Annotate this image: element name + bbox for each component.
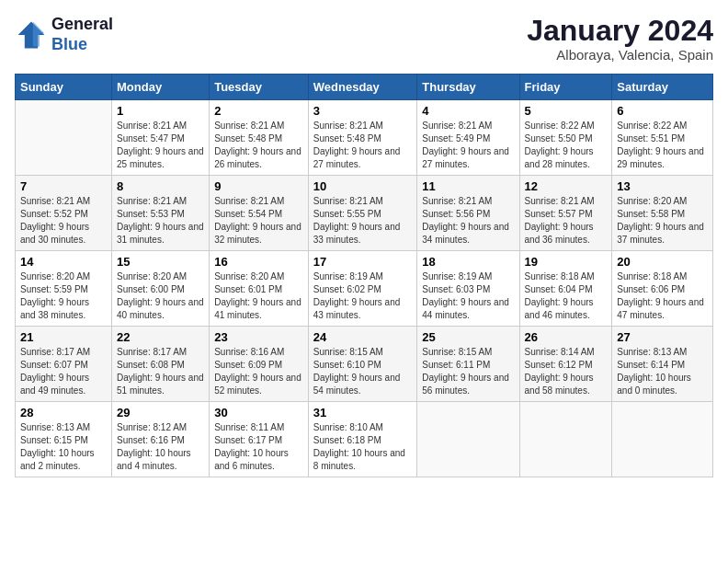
day-info: Sunrise: 8:19 AMSunset: 6:03 PMDaylight:… [422, 270, 514, 322]
day-info: Sunrise: 8:11 AMSunset: 6:17 PMDaylight:… [214, 421, 303, 473]
calendar-week-row: 21Sunrise: 8:17 AMSunset: 6:07 PMDayligh… [16, 327, 713, 402]
logo-icon [15, 18, 48, 52]
calendar-week-row: 1Sunrise: 8:21 AMSunset: 5:47 PMDaylight… [16, 100, 713, 176]
calendar-week-row: 28Sunrise: 8:13 AMSunset: 6:15 PMDayligh… [16, 402, 713, 477]
day-info: Sunrise: 8:19 AMSunset: 6:02 PMDaylight:… [313, 270, 413, 322]
day-info: Sunrise: 8:13 AMSunset: 6:15 PMDaylight:… [20, 421, 107, 473]
day-number: 15 [117, 255, 204, 269]
header: General Blue January 2024 Alboraya, Vale… [15, 15, 713, 63]
day-info: Sunrise: 8:21 AMSunset: 5:48 PMDaylight:… [214, 120, 303, 171]
month-title: January 2024 [527, 15, 713, 47]
title-area: January 2024 Alboraya, Valencia, Spain [527, 15, 713, 63]
calendar-cell: 16Sunrise: 8:20 AMSunset: 6:01 PMDayligh… [210, 251, 309, 327]
day-info: Sunrise: 8:17 AMSunset: 6:07 PMDaylight:… [20, 346, 107, 397]
calendar-cell: 29Sunrise: 8:12 AMSunset: 6:16 PMDayligh… [112, 402, 210, 477]
calendar-cell: 11Sunrise: 8:21 AMSunset: 5:56 PMDayligh… [417, 176, 519, 251]
day-info: Sunrise: 8:21 AMSunset: 5:48 PMDaylight:… [313, 120, 413, 171]
day-info: Sunrise: 8:13 AMSunset: 6:14 PMDaylight:… [617, 346, 708, 397]
calendar-cell: 30Sunrise: 8:11 AMSunset: 6:17 PMDayligh… [210, 402, 309, 477]
day-number: 31 [313, 406, 413, 419]
day-number: 29 [117, 406, 204, 419]
calendar-cell: 18Sunrise: 8:19 AMSunset: 6:03 PMDayligh… [417, 251, 519, 327]
calendar-table: SundayMondayTuesdayWednesdayThursdayFrid… [15, 74, 713, 477]
day-info: Sunrise: 8:15 AMSunset: 6:11 PMDaylight:… [422, 346, 514, 397]
calendar-cell: 31Sunrise: 8:10 AMSunset: 6:18 PMDayligh… [308, 402, 417, 477]
day-number: 24 [313, 330, 413, 344]
day-info: Sunrise: 8:21 AMSunset: 5:56 PMDaylight:… [422, 195, 514, 247]
day-info: Sunrise: 8:14 AMSunset: 6:12 PMDaylight:… [525, 346, 608, 397]
day-number: 16 [214, 255, 303, 269]
day-number: 9 [214, 179, 303, 193]
day-number: 8 [117, 179, 204, 193]
day-info: Sunrise: 8:22 AMSunset: 5:50 PMDaylight:… [525, 120, 608, 171]
day-number: 21 [20, 330, 107, 344]
day-info: Sunrise: 8:22 AMSunset: 5:51 PMDaylight:… [617, 120, 708, 171]
calendar-cell: 25Sunrise: 8:15 AMSunset: 6:11 PMDayligh… [417, 327, 519, 402]
day-info: Sunrise: 8:18 AMSunset: 6:04 PMDaylight:… [525, 270, 608, 322]
day-number: 6 [617, 104, 708, 118]
calendar-week-row: 14Sunrise: 8:20 AMSunset: 5:59 PMDayligh… [16, 251, 713, 327]
calendar-cell [612, 402, 713, 477]
day-number: 20 [617, 255, 708, 269]
day-info: Sunrise: 8:21 AMSunset: 5:53 PMDaylight:… [117, 195, 204, 247]
calendar-cell: 20Sunrise: 8:18 AMSunset: 6:06 PMDayligh… [612, 251, 713, 327]
day-info: Sunrise: 8:20 AMSunset: 6:00 PMDaylight:… [117, 270, 204, 322]
calendar-cell: 14Sunrise: 8:20 AMSunset: 5:59 PMDayligh… [16, 251, 112, 327]
day-info: Sunrise: 8:21 AMSunset: 5:57 PMDaylight:… [525, 195, 608, 247]
day-number: 4 [422, 104, 514, 118]
calendar-cell: 22Sunrise: 8:17 AMSunset: 6:08 PMDayligh… [112, 327, 210, 402]
calendar-cell: 7Sunrise: 8:21 AMSunset: 5:52 PMDaylight… [16, 176, 112, 251]
calendar-cell: 10Sunrise: 8:21 AMSunset: 5:55 PMDayligh… [308, 176, 417, 251]
header-cell-friday: Friday [519, 75, 612, 100]
day-number: 23 [214, 330, 303, 344]
day-info: Sunrise: 8:21 AMSunset: 5:54 PMDaylight:… [214, 195, 303, 247]
calendar-cell [16, 100, 112, 176]
day-number: 14 [20, 255, 107, 269]
calendar-cell: 17Sunrise: 8:19 AMSunset: 6:02 PMDayligh… [308, 251, 417, 327]
day-info: Sunrise: 8:10 AMSunset: 6:18 PMDaylight:… [313, 421, 413, 473]
calendar-cell: 9Sunrise: 8:21 AMSunset: 5:54 PMDaylight… [210, 176, 309, 251]
day-number: 30 [214, 406, 303, 419]
day-number: 12 [525, 179, 608, 193]
day-number: 11 [422, 179, 514, 193]
calendar-header-row: SundayMondayTuesdayWednesdayThursdayFrid… [16, 75, 713, 100]
header-cell-thursday: Thursday [417, 75, 519, 100]
calendar-cell: 19Sunrise: 8:18 AMSunset: 6:04 PMDayligh… [519, 251, 612, 327]
day-number: 17 [313, 255, 413, 269]
day-info: Sunrise: 8:21 AMSunset: 5:52 PMDaylight:… [20, 195, 107, 247]
calendar-cell: 12Sunrise: 8:21 AMSunset: 5:57 PMDayligh… [519, 176, 612, 251]
day-info: Sunrise: 8:17 AMSunset: 6:08 PMDaylight:… [117, 346, 204, 397]
day-info: Sunrise: 8:21 AMSunset: 5:47 PMDaylight:… [117, 120, 204, 171]
day-info: Sunrise: 8:20 AMSunset: 5:59 PMDaylight:… [20, 270, 107, 322]
day-number: 3 [313, 104, 413, 118]
day-info: Sunrise: 8:20 AMSunset: 5:58 PMDaylight:… [617, 195, 708, 247]
day-info: Sunrise: 8:20 AMSunset: 6:01 PMDaylight:… [214, 270, 303, 322]
calendar-cell: 27Sunrise: 8:13 AMSunset: 6:14 PMDayligh… [612, 327, 713, 402]
day-number: 7 [20, 179, 107, 193]
day-info: Sunrise: 8:15 AMSunset: 6:10 PMDaylight:… [313, 346, 413, 397]
calendar-cell: 15Sunrise: 8:20 AMSunset: 6:00 PMDayligh… [112, 251, 210, 327]
day-number: 1 [117, 104, 204, 118]
calendar-cell: 2Sunrise: 8:21 AMSunset: 5:48 PMDaylight… [210, 100, 309, 176]
calendar-cell: 8Sunrise: 8:21 AMSunset: 5:53 PMDaylight… [112, 176, 210, 251]
day-number: 5 [525, 104, 608, 118]
calendar-cell: 21Sunrise: 8:17 AMSunset: 6:07 PMDayligh… [16, 327, 112, 402]
calendar-cell: 1Sunrise: 8:21 AMSunset: 5:47 PMDaylight… [112, 100, 210, 176]
day-number: 18 [422, 255, 514, 269]
logo-text: General Blue [51, 15, 113, 54]
svg-marker-0 [18, 21, 45, 48]
subtitle: Alboraya, Valencia, Spain [527, 47, 713, 63]
calendar-cell: 13Sunrise: 8:20 AMSunset: 5:58 PMDayligh… [612, 176, 713, 251]
day-number: 26 [525, 330, 608, 344]
day-number: 28 [20, 406, 107, 419]
calendar-cell: 5Sunrise: 8:22 AMSunset: 5:50 PMDaylight… [519, 100, 612, 176]
header-cell-sunday: Sunday [16, 75, 112, 100]
header-cell-wednesday: Wednesday [308, 75, 417, 100]
calendar-cell: 6Sunrise: 8:22 AMSunset: 5:51 PMDaylight… [612, 100, 713, 176]
calendar-cell: 28Sunrise: 8:13 AMSunset: 6:15 PMDayligh… [16, 402, 112, 477]
header-cell-monday: Monday [112, 75, 210, 100]
day-info: Sunrise: 8:18 AMSunset: 6:06 PMDaylight:… [617, 270, 708, 322]
calendar-cell: 4Sunrise: 8:21 AMSunset: 5:49 PMDaylight… [417, 100, 519, 176]
calendar-cell: 3Sunrise: 8:21 AMSunset: 5:48 PMDaylight… [308, 100, 417, 176]
calendar-cell [519, 402, 612, 477]
